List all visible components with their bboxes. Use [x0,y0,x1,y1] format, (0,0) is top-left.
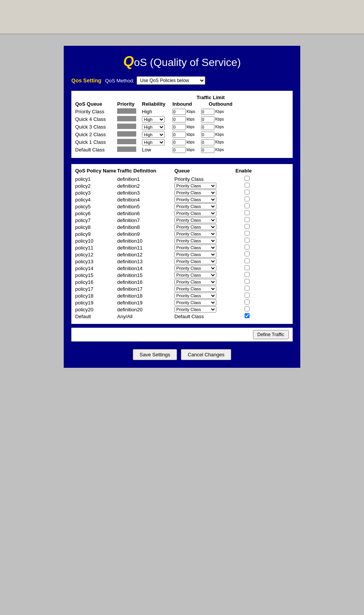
reliability-cell[interactable]: HighLowMedium [142,139,172,145]
queue-select[interactable]: Priority ClassQuick 4 ClassQuick 3 Class… [174,293,216,299]
reliability-select[interactable]: HighLowMedium [142,139,165,145]
queue-select[interactable]: Priority ClassQuick 4 ClassQuick 3 Class… [174,183,216,189]
policy-enable-cell[interactable] [235,203,258,209]
policy-enable-cell[interactable] [235,286,258,292]
queue-select[interactable]: Priority ClassQuick 4 ClassQuick 3 Class… [174,286,216,292]
queue-select[interactable]: Priority ClassQuick 4 ClassQuick 3 Class… [174,210,216,216]
queue-select[interactable]: Priority ClassQuick 4 ClassQuick 3 Class… [174,306,216,312]
queue-select[interactable]: Priority ClassQuick 4 ClassQuick 3 Class… [174,231,216,237]
policy-enable-cell[interactable] [235,313,258,319]
queue-select[interactable]: Priority ClassQuick 4 ClassQuick 3 Class… [174,190,216,196]
queue-select[interactable]: Priority ClassQuick 4 ClassQuick 3 Class… [174,272,216,278]
reliability-select[interactable]: HighLowMedium [142,116,165,122]
policy-enable-checkbox[interactable] [245,272,250,277]
outbound-input[interactable] [201,147,214,153]
policy-enable-checkbox[interactable] [245,258,250,263]
policy-queue-cell[interactable]: Priority ClassQuick 4 ClassQuick 3 Class… [174,183,235,189]
policy-queue-cell[interactable]: Priority ClassQuick 4 ClassQuick 3 Class… [174,279,235,285]
inbound-input[interactable] [172,124,186,130]
qos-method-select[interactable]: Use QoS Policies below None [137,76,205,85]
policy-enable-checkbox[interactable] [245,183,250,188]
policy-enable-checkbox[interactable] [245,217,250,222]
queue-select[interactable]: Priority ClassQuick 4 ClassQuick 3 Class… [174,251,216,258]
policy-enable-checkbox[interactable] [245,210,250,215]
policy-queue-cell[interactable]: Priority ClassQuick 4 ClassQuick 3 Class… [174,251,235,258]
policy-queue-cell[interactable]: Priority ClassQuick 4 ClassQuick 3 Class… [174,245,235,251]
queue-select[interactable]: Priority ClassQuick 4 ClassQuick 3 Class… [174,238,216,244]
reliability-select[interactable]: HighLowMedium [142,132,165,138]
outbound-input[interactable] [201,139,214,145]
policy-enable-cell[interactable] [235,190,258,196]
queue-select[interactable]: Priority ClassQuick 4 ClassQuick 3 Class… [174,258,216,264]
policy-enable-checkbox[interactable] [245,224,250,229]
outbound-input[interactable] [201,124,214,130]
policy-enable-cell[interactable] [235,251,258,258]
queue-select[interactable]: Priority ClassQuick 4 ClassQuick 3 Class… [174,299,216,306]
policy-enable-checkbox[interactable] [245,286,250,291]
policy-enable-checkbox[interactable] [245,251,250,256]
policy-enable-cell[interactable] [235,210,258,216]
policy-enable-checkbox[interactable] [245,313,250,318]
policy-queue-cell[interactable]: Priority ClassQuick 4 ClassQuick 3 Class… [174,306,235,312]
policy-queue-cell[interactable]: Priority ClassQuick 4 ClassQuick 3 Class… [174,286,235,292]
policy-enable-cell[interactable] [235,258,258,264]
policy-queue-cell[interactable]: Priority ClassQuick 4 ClassQuick 3 Class… [174,196,235,203]
outbound-input[interactable] [201,116,214,122]
policy-enable-cell[interactable] [235,224,258,230]
policy-enable-cell[interactable] [235,279,258,285]
reliability-cell[interactable]: HighLowMedium [142,132,172,138]
policy-enable-checkbox[interactable] [245,306,250,311]
policy-queue-cell[interactable]: Priority ClassQuick 4 ClassQuick 3 Class… [174,299,235,306]
policy-enable-cell[interactable] [235,217,258,223]
policy-enable-checkbox[interactable] [245,299,250,304]
policy-enable-cell[interactable] [235,238,258,244]
policy-enable-cell[interactable] [235,306,258,312]
policy-enable-cell[interactable] [235,299,258,306]
policy-queue-cell[interactable]: Priority ClassQuick 4 ClassQuick 3 Class… [174,293,235,299]
policy-queue-cell[interactable]: Priority ClassQuick 4 ClassQuick 3 Class… [174,203,235,209]
save-settings-button[interactable]: Save Settings [133,349,177,360]
policy-enable-checkbox[interactable] [245,176,250,181]
policy-queue-cell[interactable]: Priority ClassQuick 4 ClassQuick 3 Class… [174,258,235,264]
policy-enable-checkbox[interactable] [245,196,250,201]
policy-queue-cell[interactable]: Priority ClassQuick 4 ClassQuick 3 Class… [174,265,235,271]
inbound-input[interactable] [172,116,186,122]
inbound-input[interactable] [172,147,186,153]
inbound-input[interactable] [172,132,186,138]
policy-queue-cell[interactable]: Priority ClassQuick 4 ClassQuick 3 Class… [174,224,235,230]
policy-queue-cell[interactable]: Priority ClassQuick 4 ClassQuick 3 Class… [174,217,235,223]
outbound-input[interactable] [201,109,214,115]
policy-enable-checkbox[interactable] [245,231,250,236]
define-traffic-button[interactable]: Define Traffic [253,330,289,339]
policy-enable-cell[interactable] [235,231,258,237]
queue-select[interactable]: Priority ClassQuick 4 ClassQuick 3 Class… [174,203,216,209]
outbound-input[interactable] [201,132,214,138]
queue-select[interactable]: Priority ClassQuick 4 ClassQuick 3 Class… [174,245,216,251]
policy-enable-checkbox[interactable] [245,265,250,270]
queue-select[interactable]: Priority ClassQuick 4 ClassQuick 3 Class… [174,265,216,271]
queue-select[interactable]: Priority ClassQuick 4 ClassQuick 3 Class… [174,224,216,230]
policy-enable-cell[interactable] [235,245,258,251]
policy-queue-cell[interactable]: Priority ClassQuick 4 ClassQuick 3 Class… [174,272,235,278]
policy-queue-cell[interactable]: Priority ClassQuick 4 ClassQuick 3 Class… [174,238,235,244]
policy-enable-checkbox[interactable] [245,245,250,250]
policy-enable-cell[interactable] [235,272,258,278]
policy-enable-checkbox[interactable] [245,279,250,284]
reliability-cell[interactable]: HighLowMedium [142,116,172,122]
queue-select[interactable]: Priority ClassQuick 4 ClassQuick 3 Class… [174,279,216,285]
policy-queue-cell[interactable]: Priority ClassQuick 4 ClassQuick 3 Class… [174,231,235,237]
policy-enable-cell[interactable] [235,196,258,203]
policy-enable-cell[interactable] [235,293,258,299]
policy-enable-checkbox[interactable] [245,293,250,298]
reliability-cell[interactable]: HighLowMedium [142,124,172,130]
inbound-input[interactable] [172,109,186,115]
policy-enable-cell[interactable] [235,176,258,182]
policy-enable-checkbox[interactable] [245,190,250,195]
policy-queue-cell[interactable]: Priority ClassQuick 4 ClassQuick 3 Class… [174,190,235,196]
cancel-changes-button[interactable]: Cancel Changes [181,349,231,360]
policy-enable-checkbox[interactable] [245,203,250,208]
policy-queue-cell[interactable]: Priority ClassQuick 4 ClassQuick 3 Class… [174,210,235,216]
queue-select[interactable]: Priority ClassQuick 4 ClassQuick 3 Class… [174,196,216,203]
reliability-select[interactable]: HighLowMedium [142,124,165,130]
inbound-input[interactable] [172,139,186,145]
